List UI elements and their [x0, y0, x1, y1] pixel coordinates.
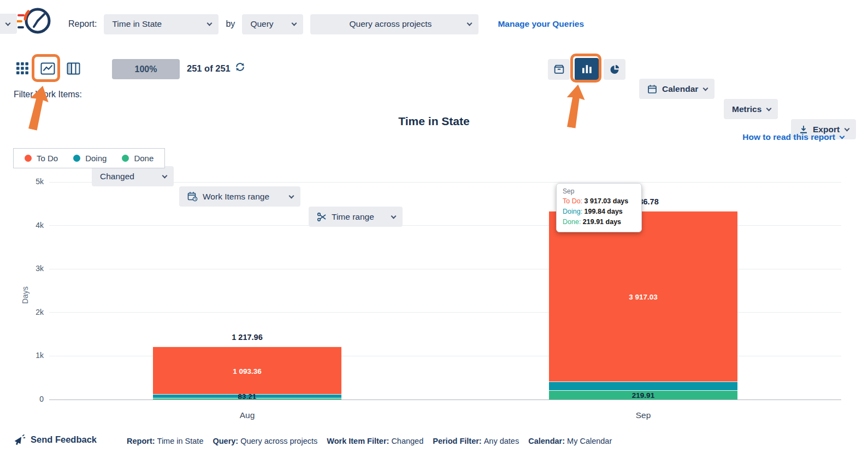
y-tick-label: 2k	[23, 308, 44, 316]
bar-segment-label: 219.91	[549, 391, 737, 400]
tooltip-series-label: Doing:	[563, 208, 584, 215]
view-toggle-group	[14, 58, 82, 79]
grid-view-button[interactable]	[14, 58, 31, 79]
refresh-button[interactable]	[235, 62, 245, 72]
bar-segment-label: 1 093.36	[153, 367, 341, 375]
archive-box-icon	[553, 64, 565, 74]
legend: To DoDoingDone	[13, 148, 165, 168]
footer-info-item: Period Filter:Any dates	[433, 437, 519, 445]
how-to-read-label: How to read this report	[742, 132, 835, 142]
pie-chart-view-button[interactable]	[604, 59, 625, 80]
table-view-button[interactable]	[64, 58, 82, 79]
x-tick-label: Aug	[215, 410, 280, 420]
group-by-select[interactable]: Query	[242, 14, 303, 34]
plot-area: Sep To Do: 3 917.03 daysDoing: 199.84 da…	[49, 182, 841, 400]
tooltip-series-value: 219.91 days	[583, 218, 621, 226]
footer-info-item: Calendar:My Calendar	[528, 437, 612, 445]
bar-total-label: 1 217.96	[153, 333, 341, 342]
legend-dot-done	[122, 155, 129, 162]
footer-info: Report:Time in StateQuery:Query across p…	[127, 437, 612, 445]
legend-dot-to-do	[25, 155, 32, 162]
tooltip-title: Sep	[563, 187, 635, 195]
filter-work-items-label: Filter Work Items:	[14, 90, 82, 99]
tooltip-series-value: 199.84 days	[584, 208, 623, 215]
send-feedback-button[interactable]: Send Feedback	[13, 434, 97, 445]
y-tick-label: 1k	[23, 351, 44, 360]
bar-chart-icon	[582, 64, 592, 74]
footer-info-item: Query:Query across projects	[212, 437, 317, 445]
how-to-read-link[interactable]: How to read this report	[742, 132, 844, 142]
legend-item-doing[interactable]: Doing	[73, 154, 107, 163]
chevron-down-icon	[5, 20, 11, 26]
line-chart-icon	[40, 62, 55, 75]
y-tick-label: 5k	[23, 177, 44, 186]
chevron-down-icon	[292, 21, 297, 26]
bar-segment-label: 3 917.03	[549, 293, 737, 301]
legend-item-done[interactable]: Done	[122, 154, 153, 163]
bar-segment-label: 83.21	[153, 392, 341, 401]
y-tick-label: 3k	[23, 264, 44, 273]
zoom-level-button[interactable]: 100%	[112, 59, 180, 79]
tooltip-series-value: 3 917.03 days	[584, 197, 629, 205]
footer-info-item: Report:Time in State	[127, 437, 203, 445]
bar-chart-view-button[interactable]	[575, 58, 599, 80]
calendar-icon	[647, 84, 657, 94]
y-tick-label: 4k	[23, 221, 44, 230]
report-label: Report:	[68, 19, 97, 29]
legend-item-to-do[interactable]: To Do	[25, 154, 58, 163]
tooltip-row: To Do: 3 917.03 days	[563, 196, 635, 207]
chart-view-button[interactable]	[37, 58, 58, 79]
manage-queries-link[interactable]: Manage your Queries	[498, 19, 584, 29]
report-app: Report: Time in State by Query Query acr…	[0, 0, 868, 464]
refresh-icon	[235, 62, 245, 72]
report-select[interactable]: Time in State	[104, 14, 219, 34]
app-logo	[12, 4, 55, 40]
archive-view-button[interactable]	[548, 59, 570, 80]
bar-segment-doing[interactable]	[549, 381, 737, 390]
tooltip-series-label: To Do:	[563, 197, 584, 205]
chevron-down-icon	[162, 173, 168, 178]
tooltip-series-label: Done:	[563, 218, 583, 226]
gridline	[49, 182, 841, 183]
chart-tooltip: Sep To Do: 3 917.03 daysDoing: 199.84 da…	[556, 183, 642, 232]
y-axis-title: Days	[21, 286, 29, 304]
speedy-clock-logo-icon	[12, 4, 55, 38]
chevron-down-icon	[840, 134, 845, 139]
tooltip-rows: To Do: 3 917.03 daysDoing: 199.84 daysDo…	[563, 196, 635, 227]
items-count: 251 of 251	[187, 63, 231, 74]
legend-label: Doing	[85, 154, 107, 163]
x-tick-label: Sep	[611, 410, 676, 420]
legend-label: Done	[134, 154, 153, 163]
by-label: by	[226, 19, 235, 29]
tooltip-row: Done: 219.91 days	[563, 217, 635, 227]
y-tick-label: 0	[23, 395, 44, 403]
chevron-down-icon	[766, 105, 772, 111]
pie-chart-icon	[609, 64, 620, 75]
query-select-value: Query across projects	[350, 19, 432, 29]
settings-button[interactable]: ⚙	[0, 14, 17, 34]
chart-title: Time in State	[0, 115, 868, 128]
chevron-down-icon	[467, 21, 473, 26]
table-icon	[67, 62, 80, 75]
send-feedback-label: Send Feedback	[31, 434, 97, 445]
calendar-dropdown-label: Calendar	[662, 84, 698, 94]
megaphone-icon	[13, 434, 26, 445]
calendar-dropdown[interactable]: Calendar	[639, 79, 715, 99]
report-select-value: Time in State	[112, 19, 162, 29]
group-by-select-value: Query	[250, 19, 273, 29]
metrics-dropdown-label: Metrics	[732, 104, 761, 114]
work-item-filter-value: Changed	[100, 172, 134, 181]
chart-type-group	[548, 58, 625, 80]
legend-label: To Do	[37, 154, 58, 163]
chevron-down-icon	[703, 85, 708, 91]
footer-info-item: Work Item Filter:Changed	[327, 437, 423, 445]
grid-icon	[16, 62, 29, 75]
tooltip-row: Doing: 199.84 days	[563, 207, 635, 217]
query-select[interactable]: Query across projects	[310, 14, 479, 34]
chevron-down-icon	[207, 21, 212, 26]
legend-dot-doing	[73, 155, 80, 162]
header: Report: Time in State by Query Query acr…	[68, 14, 584, 34]
